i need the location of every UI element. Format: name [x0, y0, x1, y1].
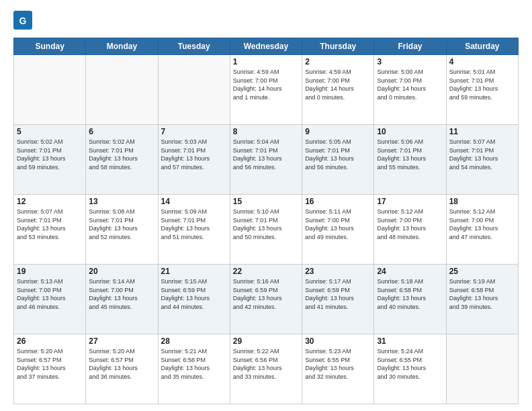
week-row-3: 12Sunrise: 5:07 AMSunset: 7:01 PMDayligh…: [14, 195, 519, 265]
day-number: 12: [17, 197, 83, 206]
day-number: 28: [161, 336, 227, 346]
day-number: 7: [161, 127, 227, 136]
cell-text: Sunrise: 5:24 AMSunset: 6:55 PMDaylight:…: [377, 347, 443, 381]
cell-text: Sunrise: 5:01 AMSunset: 7:01 PMDaylight:…: [449, 68, 515, 101]
header: G: [13, 11, 519, 32]
calendar-cell: [86, 55, 158, 125]
day-number: 21: [161, 267, 227, 276]
col-header-thursday: Thursday: [302, 38, 374, 55]
calendar-table: SundayMondayTuesdayWednesdayThursdayFrid…: [13, 38, 519, 404]
day-number: 29: [233, 336, 299, 346]
cell-text: Sunrise: 5:02 AMSunset: 7:01 PMDaylight:…: [89, 138, 154, 171]
cell-text: Sunrise: 5:20 AMSunset: 6:57 PMDaylight:…: [17, 347, 83, 381]
calendar-cell: 23Sunrise: 5:17 AMSunset: 6:59 PMDayligh…: [302, 265, 374, 334]
day-number: 13: [89, 197, 154, 206]
calendar-cell: 13Sunrise: 5:08 AMSunset: 7:01 PMDayligh…: [86, 195, 158, 265]
col-header-saturday: Saturday: [446, 38, 518, 55]
calendar-cell: 10Sunrise: 5:06 AMSunset: 7:01 PMDayligh…: [374, 125, 446, 195]
calendar-cell: [14, 55, 86, 125]
day-number: 17: [377, 197, 443, 206]
cell-text: Sunrise: 4:59 AMSunset: 7:00 PMDaylight:…: [233, 68, 299, 101]
day-number: 18: [449, 197, 515, 206]
calendar-cell: 27Sunrise: 5:20 AMSunset: 6:57 PMDayligh…: [86, 334, 158, 404]
calendar-cell: 26Sunrise: 5:20 AMSunset: 6:57 PMDayligh…: [14, 334, 86, 404]
logo-icon: G: [13, 11, 32, 30]
cell-text: Sunrise: 5:09 AMSunset: 7:01 PMDaylight:…: [161, 208, 227, 241]
cell-text: Sunrise: 5:19 AMSunset: 6:58 PMDaylight:…: [449, 277, 515, 311]
day-number: 22: [233, 267, 299, 276]
calendar-cell: 11Sunrise: 5:07 AMSunset: 7:01 PMDayligh…: [446, 125, 518, 195]
svg-text:G: G: [19, 15, 27, 26]
logo: G: [13, 11, 35, 32]
calendar-cell: 21Sunrise: 5:15 AMSunset: 6:59 PMDayligh…: [158, 265, 230, 334]
calendar-cell: 9Sunrise: 5:05 AMSunset: 7:01 PMDaylight…: [302, 125, 374, 195]
cell-text: Sunrise: 4:59 AMSunset: 7:00 PMDaylight:…: [305, 68, 371, 101]
cell-text: Sunrise: 5:07 AMSunset: 7:01 PMDaylight:…: [17, 208, 83, 241]
cell-text: Sunrise: 5:10 AMSunset: 7:01 PMDaylight:…: [233, 208, 299, 241]
calendar-cell: 17Sunrise: 5:12 AMSunset: 7:00 PMDayligh…: [374, 195, 446, 265]
cell-text: Sunrise: 5:06 AMSunset: 7:01 PMDaylight:…: [377, 138, 443, 171]
calendar-cell: 1Sunrise: 4:59 AMSunset: 7:00 PMDaylight…: [230, 55, 302, 125]
day-number: 5: [17, 127, 83, 136]
calendar-cell: 5Sunrise: 5:02 AMSunset: 7:01 PMDaylight…: [14, 125, 86, 195]
day-number: 10: [377, 127, 443, 136]
calendar-cell: 12Sunrise: 5:07 AMSunset: 7:01 PMDayligh…: [14, 195, 86, 265]
week-row-5: 26Sunrise: 5:20 AMSunset: 6:57 PMDayligh…: [14, 334, 519, 404]
cell-text: Sunrise: 5:22 AMSunset: 6:56 PMDaylight:…: [233, 347, 299, 381]
calendar-cell: 30Sunrise: 5:23 AMSunset: 6:55 PMDayligh…: [302, 334, 374, 404]
calendar-cell: 31Sunrise: 5:24 AMSunset: 6:55 PMDayligh…: [374, 334, 446, 404]
day-number: 30: [305, 336, 371, 346]
day-number: 14: [161, 197, 227, 206]
calendar-cell: 25Sunrise: 5:19 AMSunset: 6:58 PMDayligh…: [446, 265, 518, 334]
calendar-cell: 3Sunrise: 5:00 AMSunset: 7:00 PMDaylight…: [374, 55, 446, 125]
cell-text: Sunrise: 5:17 AMSunset: 6:59 PMDaylight:…: [305, 277, 371, 311]
cell-text: Sunrise: 5:00 AMSunset: 7:00 PMDaylight:…: [377, 68, 443, 101]
calendar-cell: 22Sunrise: 5:16 AMSunset: 6:59 PMDayligh…: [230, 265, 302, 334]
day-number: 25: [449, 267, 515, 276]
calendar-cell: 7Sunrise: 5:03 AMSunset: 7:01 PMDaylight…: [158, 125, 230, 195]
cell-text: Sunrise: 5:05 AMSunset: 7:01 PMDaylight:…: [305, 138, 371, 171]
calendar-cell: 15Sunrise: 5:10 AMSunset: 7:01 PMDayligh…: [230, 195, 302, 265]
week-row-2: 5Sunrise: 5:02 AMSunset: 7:01 PMDaylight…: [14, 125, 519, 195]
day-number: 27: [89, 336, 154, 346]
day-number: 11: [449, 127, 515, 136]
day-number: 16: [305, 197, 371, 206]
col-header-sunday: Sunday: [14, 38, 86, 55]
calendar-cell: 18Sunrise: 5:12 AMSunset: 7:00 PMDayligh…: [446, 195, 518, 265]
day-number: 6: [89, 127, 154, 136]
calendar-cell: 16Sunrise: 5:11 AMSunset: 7:00 PMDayligh…: [302, 195, 374, 265]
cell-text: Sunrise: 5:14 AMSunset: 7:00 PMDaylight:…: [89, 277, 154, 311]
calendar-header-row: SundayMondayTuesdayWednesdayThursdayFrid…: [14, 38, 519, 55]
cell-text: Sunrise: 5:04 AMSunset: 7:01 PMDaylight:…: [233, 138, 299, 171]
week-row-4: 19Sunrise: 5:13 AMSunset: 7:00 PMDayligh…: [14, 265, 519, 334]
day-number: 20: [89, 267, 154, 276]
col-header-monday: Monday: [86, 38, 158, 55]
cell-text: Sunrise: 5:12 AMSunset: 7:00 PMDaylight:…: [377, 208, 443, 241]
calendar-cell: [158, 55, 230, 125]
day-number: 19: [17, 267, 83, 276]
day-number: 4: [449, 57, 515, 66]
cell-text: Sunrise: 5:11 AMSunset: 7:00 PMDaylight:…: [305, 208, 371, 241]
calendar-cell: 8Sunrise: 5:04 AMSunset: 7:01 PMDaylight…: [230, 125, 302, 195]
calendar-cell: [446, 334, 518, 404]
day-number: 9: [305, 127, 371, 136]
col-header-tuesday: Tuesday: [158, 38, 230, 55]
cell-text: Sunrise: 5:08 AMSunset: 7:01 PMDaylight:…: [89, 208, 154, 241]
col-header-wednesday: Wednesday: [230, 38, 302, 55]
day-number: 3: [377, 57, 443, 66]
day-number: 1: [233, 57, 299, 66]
page: G SundayMondayTuesdayWednesdayThursdayFr…: [0, 0, 532, 411]
cell-text: Sunrise: 5:12 AMSunset: 7:00 PMDaylight:…: [449, 208, 515, 241]
day-number: 26: [17, 336, 83, 346]
calendar-cell: 24Sunrise: 5:18 AMSunset: 6:58 PMDayligh…: [374, 265, 446, 334]
week-row-1: 1Sunrise: 4:59 AMSunset: 7:00 PMDaylight…: [14, 55, 519, 125]
day-number: 8: [233, 127, 299, 136]
cell-text: Sunrise: 5:13 AMSunset: 7:00 PMDaylight:…: [17, 277, 83, 311]
cell-text: Sunrise: 5:21 AMSunset: 6:56 PMDaylight:…: [161, 347, 227, 381]
cell-text: Sunrise: 5:02 AMSunset: 7:01 PMDaylight:…: [17, 138, 83, 171]
day-number: 15: [233, 197, 299, 206]
calendar-cell: 28Sunrise: 5:21 AMSunset: 6:56 PMDayligh…: [158, 334, 230, 404]
calendar-cell: 20Sunrise: 5:14 AMSunset: 7:00 PMDayligh…: [86, 265, 158, 334]
calendar-cell: 19Sunrise: 5:13 AMSunset: 7:00 PMDayligh…: [14, 265, 86, 334]
day-number: 31: [377, 336, 443, 346]
